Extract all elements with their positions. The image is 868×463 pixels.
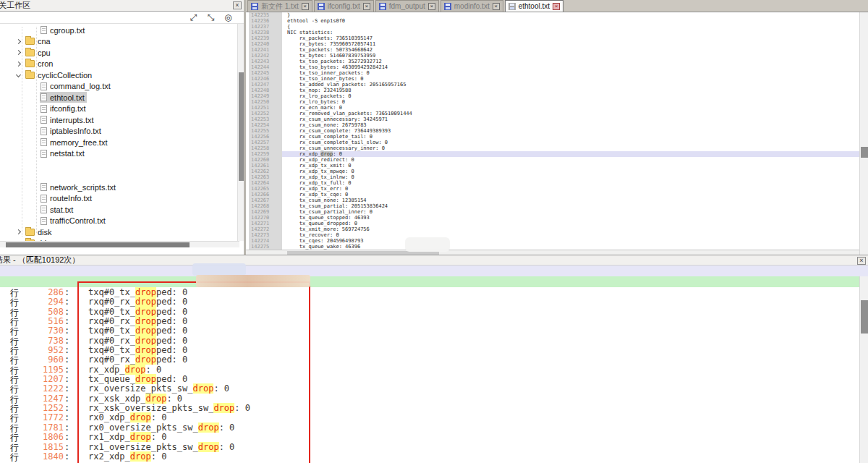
line-text: tx_tso_packets: 35272932712 (282, 59, 859, 64)
results-title: 结果 - （匹配10192次） (0, 255, 868, 265)
folder-icon (25, 38, 35, 45)
editor-line: 142274 tx_cqes: 204596498793 (246, 238, 859, 244)
tree-item-iptablesinfo-txt[interactable]: iptablesInfo.txt (0, 126, 239, 137)
tab-close-icon[interactable]: × (363, 3, 370, 10)
tree-item-label: cpu (38, 48, 51, 57)
scrollbar-thumb[interactable] (239, 72, 244, 181)
tab-close-icon[interactable]: × (428, 3, 435, 10)
editor-line: 142239 rx_packets: 736510395147 (246, 35, 859, 41)
scrollbar-thumb[interactable] (861, 147, 868, 158)
tab-close-icon[interactable]: × (553, 3, 560, 10)
tree-item-label: routeInfo.txt (50, 194, 92, 203)
tab--1-txt[interactable]: 新文件 1.txt× (247, 0, 312, 12)
line-number: 142271 (249, 221, 282, 226)
result-line-number: 508 (13, 307, 64, 317)
tree-item-network-scripts-txt[interactable]: network_scripts.txt (0, 182, 239, 193)
result-colon: : (64, 365, 69, 375)
workspace-horizontal-scrollbar[interactable] (0, 241, 239, 247)
line-text: rx_csum_none: 26759783 (282, 122, 859, 128)
line-number: 142260 (249, 157, 282, 163)
tree-item-label: cna (38, 37, 51, 46)
result-colon: : (64, 336, 69, 346)
result-line-number: 952 (13, 345, 64, 355)
result-line-number: 1806 (13, 432, 64, 442)
workspace-close-icon[interactable]: × (233, 1, 242, 9)
results-vertical-scrollbar[interactable] (859, 276, 868, 463)
tab-label: fdm_output (389, 2, 425, 10)
tab-modinfo-txt[interactable]: modinfo.txt× (441, 0, 503, 12)
line-text: rx_ecn_mark: 0 (282, 105, 859, 111)
collapse-all-icon[interactable]: ⤡ (205, 13, 216, 22)
tab-label: ifconfig.txt (328, 2, 360, 10)
expand-all-icon[interactable]: ⤢ (188, 13, 199, 22)
chevron-right-icon[interactable] (16, 50, 21, 55)
tree-item-label: ethtool.txt (50, 93, 85, 102)
chevron-right-icon[interactable] (16, 61, 21, 67)
result-line-number: 1207 (13, 374, 64, 384)
tree-item-interrupts-txt[interactable]: interrupts.txt (0, 114, 239, 126)
line-number: 142246 (249, 76, 282, 82)
tree-item-label: ifconfig.txt (50, 104, 86, 113)
tree-item-memory-free-txt[interactable]: memory_free.txt (0, 137, 239, 148)
tree-item-trafficcontrol-txt[interactable]: trafficControl.txt (0, 216, 239, 227)
chevron-down-icon[interactable] (16, 72, 21, 77)
tree-item-driver[interactable]: driver (0, 238, 239, 242)
tree-item-stat-txt[interactable]: stat.txt (0, 204, 239, 216)
line-text: } (282, 12, 859, 18)
tree-item-label: stat.txt (50, 205, 73, 214)
result-line-number: 1781 (13, 422, 64, 433)
editor-line: 142242 tx_bytes: 514607839753959 (246, 53, 859, 59)
tree-item-cycliccollection[interactable]: cyclicCollection (0, 69, 239, 81)
editor-line: 142263 rx_xdp_tx_inlnw: 0 (246, 174, 859, 180)
result-colon: : (64, 297, 69, 307)
tree-item-cron[interactable]: cron (0, 59, 239, 70)
workspace-toolbar: ⤢⤡◎ (0, 12, 244, 24)
results-close-icon[interactable]: × (857, 257, 866, 265)
scrollbar-thumb[interactable] (6, 242, 190, 247)
line-text: rx_xdp_tx_full: 0 (282, 180, 859, 186)
redaction-blur (196, 275, 310, 287)
tab-close-icon[interactable]: × (493, 3, 500, 10)
tree-item-netstat-txt[interactable]: netstat.txt (0, 148, 239, 160)
scrollbar-thumb[interactable] (861, 300, 868, 334)
tab-ifconfig-txt[interactable]: ifconfig.txt× (314, 0, 374, 12)
tree-item-cgroup-txt[interactable]: cgroup.txt (0, 25, 239, 36)
folder-icon (25, 239, 35, 241)
result-colon: : (64, 412, 69, 422)
tree-item-cpu[interactable]: cpu (0, 47, 239, 59)
line-text: rx_csum_complete_tail_slow: 0 (282, 140, 859, 145)
editor-line: 142259 rx_xdp_drop: 0 (246, 151, 859, 157)
tree-item-ethtool-txt[interactable]: ethtool.txt (0, 92, 239, 103)
tab-close-icon[interactable]: × (302, 3, 309, 10)
editor-line: 142273 tx_recover: 0 (246, 232, 859, 238)
locate-file-icon[interactable]: ◎ (223, 13, 234, 22)
tree-item-label: command_log.txt (50, 82, 111, 90)
tree-item-command-log-txt[interactable]: command_log.txt (0, 81, 239, 93)
editor-horizontal-scrollbar[interactable] (246, 250, 859, 255)
tree-item-routeinfo-txt[interactable]: routeInfo.txt (0, 193, 239, 205)
result-line-number: 286 (13, 287, 64, 297)
editor-vertical-scrollbar[interactable] (859, 12, 868, 255)
result-line-number: 1247 (13, 394, 64, 404)
tab-ethtool-txt[interactable]: ethtool.txt× (505, 0, 563, 12)
line-number: 142249 (249, 93, 282, 99)
result-colon: : (64, 451, 69, 462)
file-icon (41, 93, 47, 101)
file-icon (41, 195, 47, 203)
editor-lines[interactable]: 142235}142236ethtool -S enp1s0f0142237{1… (246, 12, 859, 250)
line-text: rx_xdp_tx_xmit: 0 (282, 163, 859, 169)
editor-line: 142249 rx_lro_packets: 0 (246, 93, 859, 99)
tab-fdm-output[interactable]: fdm_output× (375, 0, 439, 12)
editor-line: 142246 tx_tso_inner_bytes: 0 (246, 76, 859, 82)
editor-line: 142275 tx_queue_wake: 46396 (246, 244, 859, 250)
line-number: 142248 (249, 88, 282, 93)
chevron-right-icon[interactable] (16, 39, 21, 44)
line-number: 142257 (249, 140, 282, 145)
chevron-right-icon[interactable] (16, 229, 21, 234)
line-number: 142269 (249, 209, 282, 215)
tree-item-disk[interactable]: disk (0, 226, 239, 238)
tree-item-ifconfig-txt[interactable]: ifconfig.txt (0, 103, 239, 115)
tree-item-cna[interactable]: cna (0, 36, 239, 48)
result-line-number: 730 (13, 326, 64, 336)
editor-line: 142261 rx_xdp_tx_xmit: 0 (246, 163, 859, 169)
